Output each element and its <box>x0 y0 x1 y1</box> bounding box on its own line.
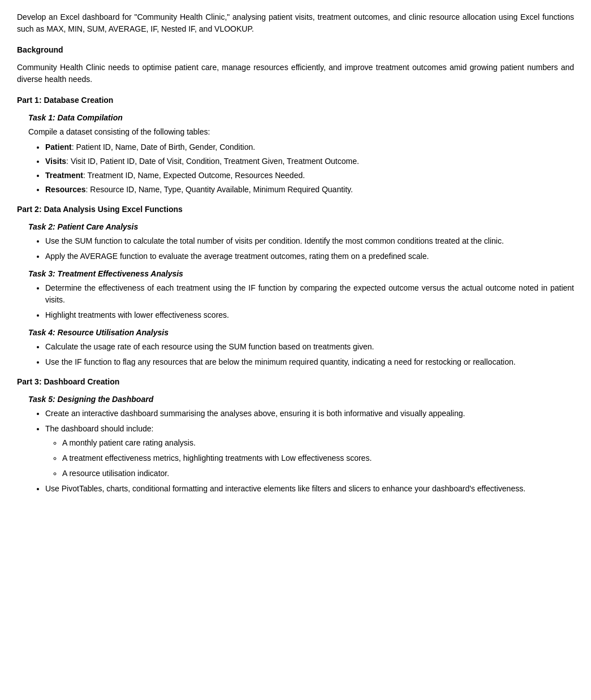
list-item: Calculate the usage rate of each resourc… <box>45 341 574 353</box>
part2-heading: Part 2: Data Analysis Using Excel Functi… <box>17 204 574 215</box>
list-item: Create an interactive dashboard summaris… <box>45 408 574 420</box>
item-bold: Resources <box>45 185 86 194</box>
sub-bullet-list: A monthly patient care rating analysis. … <box>62 437 574 479</box>
part1-heading: Part 1: Database Creation <box>17 94 574 106</box>
task4-list: Calculate the usage rate of each resourc… <box>45 341 574 368</box>
task3-heading: Task 3: Treatment Effectiveness Analysis <box>28 268 574 280</box>
list-item: Use the IF function to flag any resource… <box>45 356 574 368</box>
item-bold: Patient <box>45 142 72 152</box>
sub-list-item: A monthly patient care rating analysis. <box>62 437 574 449</box>
list-item: Determine the effectiveness of each trea… <box>45 282 574 306</box>
item-bold: Visits <box>45 157 66 166</box>
list-item: Patient: Patient ID, Name, Date of Birth… <box>45 141 574 153</box>
list-item: Visits: Visit ID, Patient ID, Date of Vi… <box>45 155 574 167</box>
item-rest: : Resource ID, Name, Type, Quantity Avai… <box>86 185 353 194</box>
task1-description: Compile a dataset consisting of the foll… <box>28 126 574 138</box>
list-item: Use the SUM function to calculate the to… <box>45 235 574 247</box>
list-item: Use PivotTables, charts, conditional for… <box>45 483 574 495</box>
task1-heading: Task 1: Data Compilation <box>28 112 574 124</box>
intro-paragraph: Develop an Excel dashboard for "Communit… <box>17 11 574 35</box>
background-heading: Background <box>17 44 574 56</box>
list-item: Highlight treatments with lower effectiv… <box>45 309 574 321</box>
task5-heading: Task 5: Designing the Dashboard <box>28 394 574 405</box>
task1-list: Patient: Patient ID, Name, Date of Birth… <box>45 141 574 196</box>
task3-list: Determine the effectiveness of each trea… <box>45 282 574 321</box>
list-item: Resources: Resource ID, Name, Type, Quan… <box>45 184 574 196</box>
task5-list: Create an interactive dashboard summaris… <box>45 408 574 495</box>
list-item: Treatment: Treatment ID, Name, Expected … <box>45 170 574 182</box>
background-text: Community Health Clinic needs to optimis… <box>17 62 574 85</box>
task2-heading: Task 2: Patient Care Analysis <box>28 221 574 233</box>
list-item: The dashboard should include: A monthly … <box>45 423 574 479</box>
item-bold: Treatment <box>45 171 83 180</box>
item-rest: : Treatment ID, Name, Expected Outcome, … <box>83 171 305 180</box>
sub-list-item: A resource utilisation indicator. <box>62 468 574 479</box>
item-rest: : Patient ID, Name, Date of Birth, Gende… <box>72 142 256 152</box>
sub-list-item: A treatment effectiveness metrics, highl… <box>62 452 574 464</box>
list-item: Apply the AVERAGE function to evaluate t… <box>45 250 574 262</box>
task2-list: Use the SUM function to calculate the to… <box>45 235 574 262</box>
item-rest: : Visit ID, Patient ID, Date of Visit, C… <box>66 157 359 166</box>
dashboard-include-text: The dashboard should include: <box>45 424 153 433</box>
part3-heading: Part 3: Dashboard Creation <box>17 376 574 388</box>
task4-heading: Task 4: Resource Utilisation Analysis <box>28 327 574 339</box>
